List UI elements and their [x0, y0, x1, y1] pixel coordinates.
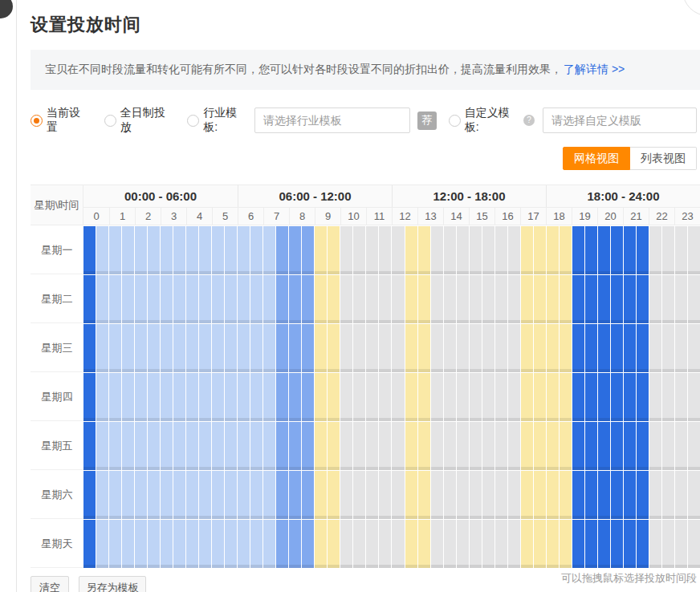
industry-template-select[interactable]	[254, 107, 410, 133]
time-slot[interactable]	[495, 324, 507, 372]
time-slot[interactable]	[534, 226, 546, 274]
time-slot[interactable]	[225, 324, 237, 372]
time-slot[interactable]	[598, 275, 610, 323]
time-slot[interactable]	[521, 520, 533, 568]
time-slot[interactable]	[405, 471, 417, 519]
time-slot[interactable]	[572, 520, 584, 568]
time-slot[interactable]	[250, 373, 262, 421]
time-slot[interactable]	[405, 275, 417, 323]
time-slot[interactable]	[109, 324, 121, 372]
time-slot[interactable]	[122, 471, 134, 519]
time-slot[interactable]	[289, 275, 301, 323]
time-slot[interactable]	[521, 275, 533, 323]
time-slot[interactable]	[688, 226, 700, 274]
time-slot[interactable]	[470, 275, 482, 323]
time-slot[interactable]	[315, 324, 327, 372]
time-slot[interactable]	[263, 275, 275, 323]
time-slot[interactable]	[470, 471, 482, 519]
time-slot[interactable]	[521, 471, 533, 519]
time-slot[interactable]	[83, 422, 96, 470]
time-slot[interactable]	[431, 471, 443, 519]
time-slot[interactable]	[302, 422, 314, 470]
time-slot[interactable]	[122, 226, 134, 274]
time-slot[interactable]	[173, 226, 185, 274]
time-slot[interactable]	[263, 324, 275, 372]
time-slot[interactable]	[186, 324, 198, 372]
time-slot[interactable]	[624, 520, 636, 568]
time-slot[interactable]	[225, 422, 237, 470]
time-slot[interactable]	[315, 226, 327, 274]
time-slot[interactable]	[302, 324, 314, 372]
help-icon[interactable]: ?	[523, 115, 535, 126]
time-slot[interactable]	[109, 520, 121, 568]
time-slot[interactable]	[328, 471, 340, 519]
time-slot[interactable]	[649, 422, 661, 470]
grid-view-button[interactable]: 网格视图	[563, 147, 630, 170]
time-slot[interactable]	[199, 422, 211, 470]
time-slot[interactable]	[662, 324, 674, 372]
time-slot[interactable]	[547, 422, 559, 470]
time-slot[interactable]	[675, 422, 687, 470]
time-slot[interactable]	[495, 275, 507, 323]
time-slot[interactable]	[302, 373, 314, 421]
time-slot[interactable]	[418, 373, 430, 421]
time-slot[interactable]	[457, 324, 469, 372]
time-slot[interactable]	[598, 226, 610, 274]
time-slot[interactable]	[109, 226, 121, 274]
learn-more-link[interactable]: 了解详情 >>	[564, 63, 625, 77]
time-slot[interactable]	[289, 520, 301, 568]
time-slot[interactable]	[328, 324, 340, 372]
time-slot[interactable]	[418, 226, 430, 274]
time-slot[interactable]	[289, 324, 301, 372]
time-slot[interactable]	[161, 471, 173, 519]
time-slot[interactable]	[418, 471, 430, 519]
time-slot[interactable]	[250, 275, 262, 323]
time-slot[interactable]	[340, 275, 352, 323]
time-slot[interactable]	[353, 520, 365, 568]
time-slot[interactable]	[495, 373, 507, 421]
time-slot[interactable]	[340, 226, 352, 274]
time-slot[interactable]	[161, 275, 173, 323]
time-slot[interactable]	[392, 373, 404, 421]
time-slot[interactable]	[340, 422, 352, 470]
time-slot[interactable]	[662, 520, 674, 568]
time-slot[interactable]	[263, 520, 275, 568]
time-slot[interactable]	[276, 373, 288, 421]
time-slot[interactable]	[482, 324, 494, 372]
time-slot[interactable]	[444, 373, 456, 421]
time-slot[interactable]	[675, 520, 687, 568]
time-slot[interactable]	[289, 422, 301, 470]
time-slot[interactable]	[276, 324, 288, 372]
time-slot[interactable]	[148, 471, 160, 519]
time-slot[interactable]	[186, 226, 198, 274]
time-slot[interactable]	[302, 226, 314, 274]
time-slot[interactable]	[534, 373, 546, 421]
time-slot[interactable]	[199, 226, 211, 274]
time-slot[interactable]	[418, 275, 430, 323]
time-slot[interactable]	[482, 275, 494, 323]
time-slot[interactable]	[289, 373, 301, 421]
time-slot[interactable]	[353, 373, 365, 421]
time-slot[interactable]	[122, 275, 134, 323]
time-slot[interactable]	[470, 324, 482, 372]
time-slot[interactable]	[135, 520, 147, 568]
time-slot[interactable]	[276, 471, 288, 519]
time-slot[interactable]	[173, 422, 185, 470]
time-slot[interactable]	[289, 226, 301, 274]
time-slot[interactable]	[585, 422, 597, 470]
time-slot[interactable]	[276, 226, 288, 274]
time-slot[interactable]	[302, 471, 314, 519]
time-slot[interactable]	[521, 422, 533, 470]
radio-current-setting[interactable]: 当前设置	[31, 106, 89, 135]
time-slot[interactable]	[353, 275, 365, 323]
time-slot[interactable]	[96, 324, 108, 372]
time-slot[interactable]	[482, 471, 494, 519]
time-slot[interactable]	[96, 422, 108, 470]
time-slot[interactable]	[122, 373, 134, 421]
save-as-template-button[interactable]: 另存为模板	[79, 576, 146, 592]
time-slot[interactable]	[173, 275, 185, 323]
time-slot[interactable]	[495, 520, 507, 568]
time-slot[interactable]	[379, 324, 391, 372]
time-slot[interactable]	[547, 226, 559, 274]
time-slot[interactable]	[495, 422, 507, 470]
